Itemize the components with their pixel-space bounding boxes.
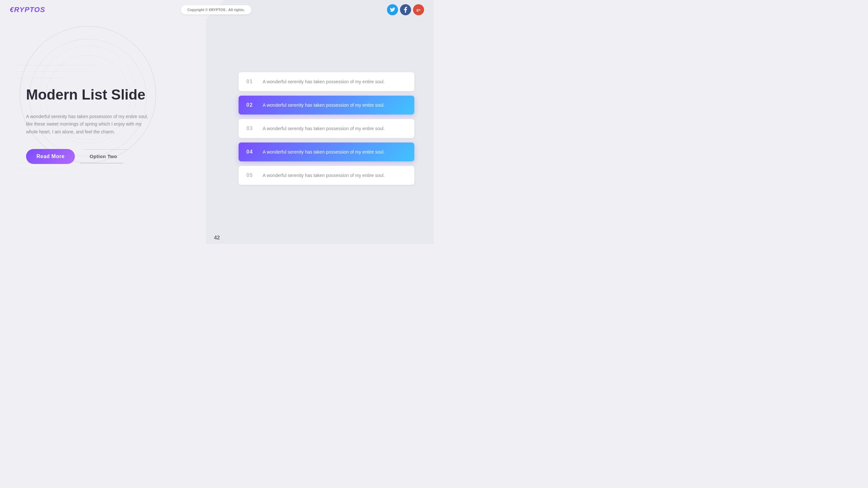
facebook-icon[interactable]: [400, 4, 411, 15]
list-item-number: 04: [246, 149, 262, 155]
list-item: 01A wonderful serenity has taken possess…: [239, 72, 414, 91]
main-content: Modern List Slide A wonderful serenity h…: [0, 20, 228, 231]
list-item-number: 01: [246, 79, 262, 85]
read-more-button[interactable]: Read More: [26, 149, 75, 164]
copyright: Copyright © €RYPTOS . All rights.: [181, 5, 251, 14]
slide-description: A wonderful serenity has taken possessio…: [26, 113, 150, 136]
list-item-number: 03: [246, 126, 262, 131]
list-item-text: A wonderful serenity has taken possessio…: [262, 173, 385, 178]
button-group: Read More Option Two: [26, 149, 202, 164]
page-number: 42: [214, 235, 220, 241]
list-item: 02A wonderful serenity has taken possess…: [239, 96, 414, 115]
logo: €RYPTOS: [10, 5, 45, 14]
slide-title: Modern List Slide: [26, 87, 202, 103]
list-item: 05A wonderful serenity has taken possess…: [239, 166, 414, 185]
list-item-text: A wonderful serenity has taken possessio…: [262, 149, 385, 155]
list-item: 03A wonderful serenity has taken possess…: [239, 119, 414, 138]
list-item-number: 05: [246, 172, 262, 178]
list-item: 04A wonderful serenity has taken possess…: [239, 142, 414, 161]
list-item-text: A wonderful serenity has taken possessio…: [262, 102, 385, 108]
list-item-number: 02: [246, 102, 262, 108]
list-item-text: A wonderful serenity has taken possessio…: [262, 79, 385, 84]
header: €RYPTOS Copyright © €RYPTOS . All rights…: [0, 0, 434, 20]
list-panel: 01A wonderful serenity has taken possess…: [229, 33, 424, 225]
list-item-text: A wonderful serenity has taken possessio…: [262, 126, 385, 131]
twitter-icon[interactable]: [387, 4, 398, 15]
google-icon[interactable]: g+: [413, 4, 424, 15]
option-two-button[interactable]: Option Two: [80, 149, 126, 163]
social-icons: g+: [387, 4, 424, 15]
